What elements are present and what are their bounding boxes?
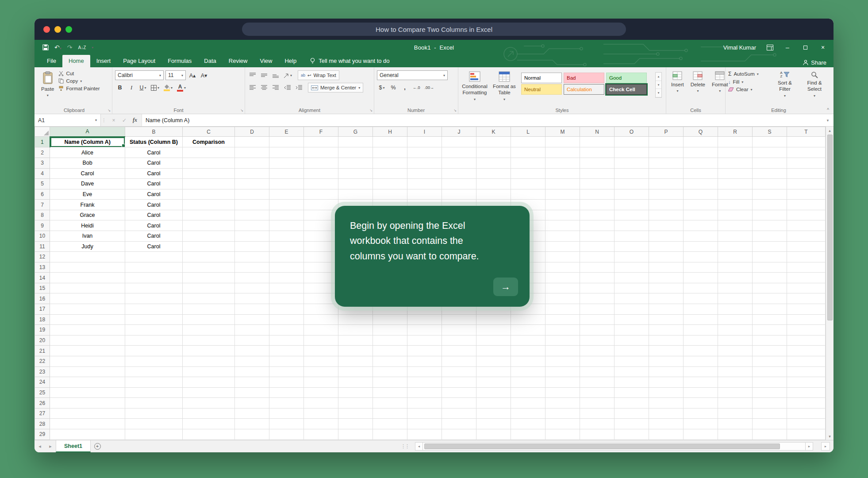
cell-P20[interactable] [649, 335, 684, 346]
mac-minimize-button[interactable] [54, 26, 61, 33]
cell-M7[interactable] [545, 200, 580, 210]
cell-O3[interactable] [615, 158, 649, 168]
minimize-button[interactable]: – [784, 44, 791, 51]
row-header-25[interactable]: 25 [35, 387, 50, 398]
cell-J24[interactable] [442, 377, 476, 388]
cell-J28[interactable] [442, 419, 476, 429]
cell-S13[interactable] [753, 262, 787, 273]
cell-G24[interactable] [338, 377, 373, 388]
cell-M2[interactable] [545, 147, 580, 158]
cell-B9[interactable]: Carol [125, 220, 183, 231]
cell-D5[interactable] [235, 179, 269, 189]
cell-M20[interactable] [545, 335, 580, 346]
cell-F5[interactable] [304, 179, 338, 189]
vertical-scrollbar[interactable]: ▴ ▾ [826, 127, 833, 440]
cell-C16[interactable] [183, 293, 235, 304]
cell-E27[interactable] [269, 408, 304, 419]
cell-S24[interactable] [753, 377, 787, 388]
cell-G22[interactable] [338, 356, 373, 366]
row-header-3[interactable]: 3 [35, 158, 50, 168]
cell-K21[interactable] [476, 346, 511, 356]
cell-D11[interactable] [235, 241, 269, 252]
cell-S23[interactable] [753, 366, 787, 377]
row-header-13[interactable]: 13 [35, 262, 50, 273]
cell-B26[interactable] [125, 398, 183, 409]
cell-N12[interactable] [580, 252, 615, 262]
vertical-scroll-thumb[interactable] [827, 135, 833, 320]
row-header-7[interactable]: 7 [35, 200, 50, 210]
cell-Q8[interactable] [684, 210, 718, 220]
cell-S4[interactable] [753, 168, 787, 179]
cell-B29[interactable] [125, 429, 183, 439]
cell-J19[interactable] [442, 325, 476, 335]
tab-home[interactable]: Home [62, 55, 90, 67]
cell-B5[interactable]: Carol [125, 179, 183, 189]
cell-F25[interactable] [304, 387, 338, 398]
cell-S19[interactable] [753, 325, 787, 335]
cell-D23[interactable] [235, 366, 269, 377]
cell-N1[interactable] [580, 137, 615, 147]
cell-B7[interactable]: Carol [125, 200, 183, 210]
cell-E5[interactable] [269, 179, 304, 189]
cell-K2[interactable] [476, 147, 511, 158]
cell-R21[interactable] [718, 346, 753, 356]
cell-C5[interactable] [183, 179, 235, 189]
cell-E20[interactable] [269, 335, 304, 346]
cell-P4[interactable] [649, 168, 684, 179]
cell-D21[interactable] [235, 346, 269, 356]
scroll-right-button[interactable]: ▸ [805, 442, 813, 451]
tab-data[interactable]: Data [198, 55, 222, 67]
cell-K3[interactable] [476, 158, 511, 168]
cell-N7[interactable] [580, 200, 615, 210]
cell-C3[interactable] [183, 158, 235, 168]
cell-D9[interactable] [235, 220, 269, 231]
cell-O27[interactable] [615, 408, 649, 419]
cell-A12[interactable] [50, 252, 125, 262]
cell-F12[interactable] [304, 252, 338, 262]
cell-I18[interactable] [407, 314, 442, 325]
row-header-26[interactable]: 26 [35, 398, 50, 409]
cell-B3[interactable]: Carol [125, 158, 183, 168]
cell-L21[interactable] [511, 346, 545, 356]
cell-Q23[interactable] [684, 366, 718, 377]
share-button[interactable]: Share [803, 59, 826, 66]
cell-B20[interactable] [125, 335, 183, 346]
cell-N15[interactable] [580, 283, 615, 293]
cell-N6[interactable] [580, 189, 615, 200]
row-header-24[interactable]: 24 [35, 377, 50, 388]
cell-E14[interactable] [269, 273, 304, 283]
cell-R9[interactable] [718, 220, 753, 231]
user-name[interactable]: Vimal Kumar [723, 44, 756, 51]
cell-I6[interactable] [407, 189, 442, 200]
cell-A21[interactable] [50, 346, 125, 356]
cell-S8[interactable] [753, 210, 787, 220]
cell-Q24[interactable] [684, 377, 718, 388]
cell-D12[interactable] [235, 252, 269, 262]
cell-H21[interactable] [373, 346, 407, 356]
gallery-down-button[interactable]: ▾ [656, 81, 661, 89]
cell-F27[interactable] [304, 408, 338, 419]
bottom-align-button[interactable] [271, 70, 280, 80]
cell-Q25[interactable] [684, 387, 718, 398]
cell-G23[interactable] [338, 366, 373, 377]
cell-P24[interactable] [649, 377, 684, 388]
cell-T3[interactable] [787, 158, 826, 168]
cell-N13[interactable] [580, 262, 615, 273]
row-header-27[interactable]: 27 [35, 408, 50, 419]
cell-K22[interactable] [476, 356, 511, 366]
cell-D17[interactable] [235, 304, 269, 315]
row-header-17[interactable]: 17 [35, 304, 50, 315]
cell-E12[interactable] [269, 252, 304, 262]
cell-S6[interactable] [753, 189, 787, 200]
cell-B11[interactable]: Carol [125, 241, 183, 252]
italic-button[interactable]: I [127, 83, 136, 93]
row-header-2[interactable]: 2 [35, 147, 50, 158]
cell-K27[interactable] [476, 408, 511, 419]
cell-N27[interactable] [580, 408, 615, 419]
cell-D28[interactable] [235, 419, 269, 429]
cell-A20[interactable] [50, 335, 125, 346]
cell-Q5[interactable] [684, 179, 718, 189]
cell-P2[interactable] [649, 147, 684, 158]
row-header-1[interactable]: 1 [35, 137, 50, 147]
cell-P11[interactable] [649, 241, 684, 252]
